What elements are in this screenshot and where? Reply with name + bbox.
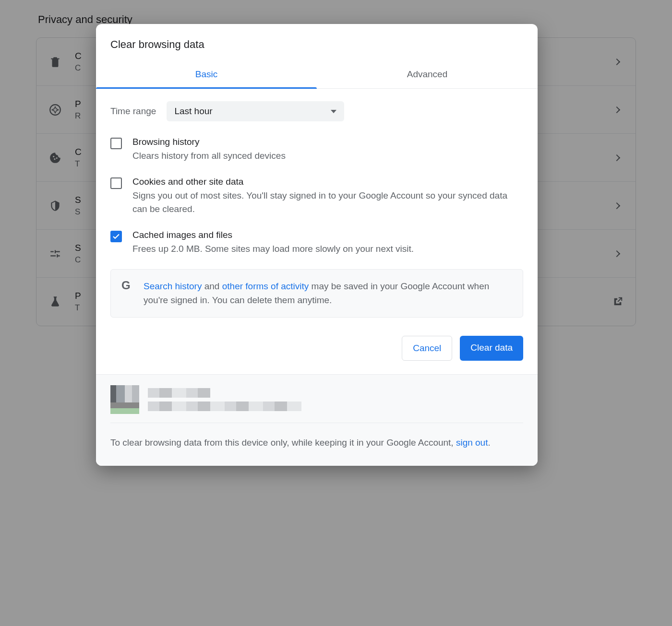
clear-data-button[interactable]: Clear data <box>460 336 523 361</box>
other-activity-link[interactable]: other forms of activity <box>222 281 309 291</box>
search-history-link[interactable]: Search history <box>144 281 202 291</box>
tab-basic[interactable]: Basic <box>96 61 317 88</box>
time-range-value: Last hour <box>174 106 212 117</box>
dialog-footer: To clear browsing data from this device … <box>96 374 538 466</box>
clear-browsing-data-dialog: Clear browsing data Basic Advanced Time … <box>96 24 538 466</box>
account-email-redacted <box>148 402 301 411</box>
checkbox-browsing-history[interactable] <box>110 138 122 149</box>
checkbox-cookies[interactable] <box>110 177 122 189</box>
option-desc: Signs you out of most sites. You'll stay… <box>132 189 523 216</box>
tabs: Basic Advanced <box>96 61 538 89</box>
check-icon <box>112 232 120 241</box>
account-notice: G Search history and other forms of acti… <box>110 269 523 318</box>
account-name-redacted <box>148 388 210 398</box>
dropdown-icon <box>331 110 336 113</box>
dialog-title: Clear browsing data <box>96 24 538 61</box>
option-desc: Clears history from all synced devices <box>132 149 286 163</box>
tab-advanced[interactable]: Advanced <box>317 61 538 88</box>
checkbox-cache[interactable] <box>110 231 122 242</box>
option-title: Cached images and files <box>132 230 414 240</box>
sign-out-link[interactable]: sign out <box>456 437 488 448</box>
time-range-label: Time range <box>110 106 156 117</box>
time-range-select[interactable]: Last hour <box>167 101 344 121</box>
cancel-button[interactable]: Cancel <box>402 336 452 361</box>
google-icon: G <box>121 279 134 292</box>
option-title: Cookies and other site data <box>132 177 523 187</box>
account-row <box>110 385 523 414</box>
avatar <box>110 385 139 414</box>
option-title: Browsing history <box>132 137 286 147</box>
option-desc: Frees up 2.0 MB. Some sites may load mor… <box>132 242 414 256</box>
